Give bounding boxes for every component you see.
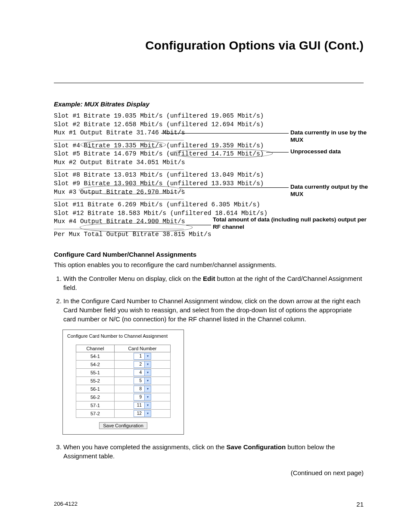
page-number: 21 (356, 501, 364, 508)
chevron-down-icon: ▾ (144, 361, 151, 367)
chevron-down-icon: ▾ (144, 394, 151, 400)
dropdown-value: 1 (134, 353, 144, 359)
dropdown-value: 8 (134, 386, 144, 392)
table-row: 57-111▾ (76, 401, 171, 409)
dropdown-value: 5 (134, 378, 144, 384)
subsection-heading: Configure Card Number/Channel Assignment… (54, 251, 364, 258)
table-row: 56-18▾ (76, 385, 171, 393)
continued-note: (Continued on next page) (54, 469, 364, 476)
card-number-dropdown[interactable]: 2▾ (134, 361, 151, 368)
channel-cell: 56-2 (76, 393, 115, 401)
steps-list: With the Controller Menu on display, cli… (54, 274, 364, 324)
col-channel: Channel (76, 345, 115, 352)
table-row: 56-29▾ (76, 393, 171, 401)
card-number-cell: 9▾ (114, 393, 170, 401)
chevron-down-icon: ▾ (144, 386, 151, 392)
card-number-dropdown[interactable]: 8▾ (134, 386, 151, 392)
section-rule (54, 83, 364, 83)
chevron-down-icon: ▾ (144, 411, 151, 417)
step-2: In the Configure Card Number to Channel … (63, 296, 364, 324)
card-number-dropdown[interactable]: 5▾ (134, 377, 151, 384)
col-card-number: Card Number (114, 345, 170, 352)
mux-bitrates-example: Slot #1 Bitrate 19.035 Mbit/s (unfiltere… (54, 111, 364, 241)
step-3: When you have completed the assignments,… (63, 442, 364, 460)
dropdown-value: 4 (134, 370, 144, 376)
doc-number: 206-4122 (54, 501, 78, 508)
chevron-down-icon: ▾ (144, 370, 151, 376)
chevron-down-icon: ▾ (144, 378, 151, 384)
chevron-down-icon: ▾ (144, 402, 151, 408)
config-box-title: Configure Card Number to Channel Assignm… (63, 330, 184, 345)
channel-cell: 54-1 (76, 352, 115, 360)
dropdown-value: 9 (134, 394, 144, 400)
channel-cell: 57-2 (76, 409, 115, 417)
card-number-cell: 11▾ (114, 401, 170, 409)
mono-line: Slot #1 Bitrate 19.035 Mbit/s (unfiltere… (54, 112, 364, 121)
dropdown-value: 2 (134, 361, 144, 367)
dropdown-value: 12 (134, 411, 144, 417)
card-number-cell: 12▾ (114, 409, 170, 417)
mono-line-total: Per Mux Total Output Bitrate 38.815 Mbit… (54, 230, 364, 239)
channel-cell: 56-1 (76, 385, 115, 393)
annotation-data-output: Data currently output by the MUX (290, 184, 377, 198)
mono-line: Slot #2 Bitrate 12.658 Mbit/s (unfiltere… (54, 121, 364, 129)
dropdown-value: 11 (134, 402, 144, 408)
channel-cell: 55-1 (76, 368, 115, 376)
mono-line: Mux #2 Output Bitrate 34.051 Mbit/s (54, 159, 364, 167)
config-card-channel-box: Configure Card Number to Channel Assignm… (62, 330, 184, 435)
bold-edit: Edit (203, 275, 215, 282)
table-row: 54-11▾ (76, 352, 171, 360)
example-caption: Example: MUX Bitrates Display (54, 100, 364, 108)
save-configuration-button[interactable]: Save Configuration (99, 422, 147, 429)
annotation-data-in: Data currently in use by the MUX (290, 129, 377, 144)
channel-cell: 55-2 (76, 376, 115, 385)
table-row: 55-14▾ (76, 368, 171, 376)
card-number-dropdown[interactable]: 12▾ (134, 410, 151, 417)
intro-paragraph: This option enables you to reconfigure t… (54, 261, 364, 269)
mono-line: Slot #8 Bitrate 13.013 Mbit/s (unfiltere… (54, 171, 364, 180)
chevron-down-icon: ▾ (144, 353, 151, 359)
assignment-table: Channel Card Number 54-11▾54-22▾55-14▾55… (76, 345, 171, 418)
channel-cell: 54-2 (76, 360, 115, 368)
table-row: 55-25▾ (76, 376, 171, 385)
bold-save-config: Save Configuration (227, 443, 286, 451)
card-number-cell: 8▾ (114, 385, 170, 393)
annotation-unprocessed: Unprocessed data (290, 148, 377, 156)
card-number-dropdown[interactable]: 1▾ (134, 353, 151, 360)
channel-cell: 57-1 (76, 401, 115, 409)
card-number-cell: 2▾ (114, 360, 170, 368)
table-row: 57-212▾ (76, 409, 171, 417)
card-number-cell: 4▾ (114, 368, 170, 376)
step-1: With the Controller Menu on display, cli… (63, 274, 364, 292)
annotation-total: Total amount of data (including null pac… (213, 216, 368, 231)
mono-line: Slot #11 Bitrate 6.269 Mbit/s (unfiltere… (54, 201, 364, 209)
card-number-dropdown[interactable]: 11▾ (134, 402, 151, 409)
page-title: Configuration Options via GUI (Cont.) (54, 39, 364, 53)
card-number-dropdown[interactable]: 9▾ (134, 394, 151, 401)
card-number-cell: 1▾ (114, 352, 170, 360)
card-number-cell: 5▾ (114, 376, 170, 385)
steps-list-cont: When you have completed the assignments,… (54, 442, 364, 460)
page-footer: 206-4122 21 (54, 501, 364, 508)
card-number-dropdown[interactable]: 4▾ (134, 369, 151, 376)
table-row: 54-22▾ (76, 360, 171, 368)
